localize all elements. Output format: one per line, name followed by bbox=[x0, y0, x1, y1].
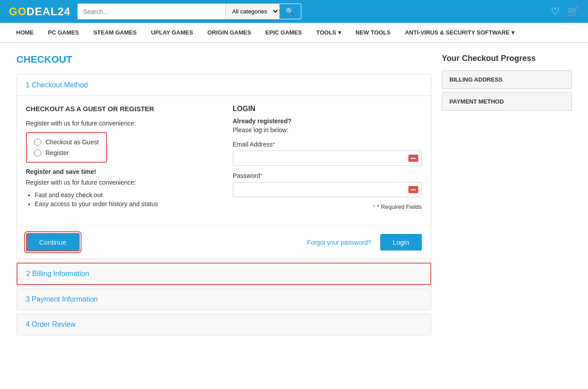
email-input[interactable] bbox=[233, 151, 422, 166]
already-registered-text: Already registered? bbox=[233, 117, 422, 125]
password-group: Password* ••• bbox=[233, 172, 422, 197]
password-dots-icon: ••• bbox=[408, 186, 418, 193]
register-radio[interactable] bbox=[34, 149, 41, 156]
step-4-label: Order Review bbox=[32, 320, 76, 328]
search-category-select[interactable]: All categories bbox=[225, 4, 279, 19]
search-bar: All categories 🔍 bbox=[77, 4, 301, 19]
promo-subtitle: Register with us for future convenience: bbox=[26, 179, 215, 186]
register-text: Register with us for future convenience: bbox=[26, 120, 215, 127]
checkout-guest-option[interactable]: Checkout as Guest bbox=[34, 138, 99, 146]
email-label: Email Address* bbox=[233, 141, 422, 148]
password-input-wrapper: ••• bbox=[233, 182, 422, 197]
register-label: Register bbox=[46, 149, 69, 156]
nav-origin-games[interactable]: ORIGIN GAMES bbox=[200, 23, 258, 42]
step-1-label: Checkout Method bbox=[32, 81, 88, 89]
email-input-wrapper: ••• bbox=[233, 151, 422, 166]
continue-wrapper: Continue bbox=[26, 233, 80, 251]
guest-register-column: CHECKOUT AS A GUEST OR REGISTER Register… bbox=[26, 105, 215, 216]
password-label: Password* bbox=[233, 172, 422, 179]
promo-list: Fast and easy check out Easy access to y… bbox=[26, 191, 215, 207]
header-icons: ♡ 🛒 bbox=[551, 6, 579, 17]
checkout-guest-radio[interactable] bbox=[34, 138, 41, 146]
checkout-title: CHECKOUT bbox=[17, 54, 431, 65]
step-2-block: 2 Billing Information bbox=[17, 263, 431, 285]
logo-go: GO bbox=[9, 5, 26, 17]
register-option[interactable]: Register bbox=[34, 149, 99, 156]
promo-bullet-2: Easy access to your order history and st… bbox=[35, 200, 215, 207]
navigation: HOME PC GAMES STEAM GAMES UPLAY GAMES OR… bbox=[0, 23, 588, 43]
wishlist-icon[interactable]: ♡ bbox=[551, 6, 560, 17]
sidebar-title: Your Checkout Progress bbox=[442, 54, 572, 63]
nav-new-tools[interactable]: NEW TOOLS bbox=[348, 23, 398, 42]
sidebar-billing-address: BILLING ADDRESS bbox=[442, 70, 572, 89]
step-3-header: 3 Payment Information bbox=[17, 289, 431, 310]
step-3-number: 3 bbox=[26, 295, 30, 303]
guest-register-title: CHECKOUT AS A GUEST OR REGISTER bbox=[26, 105, 215, 112]
step-1-content: CHECKOUT AS A GUEST OR REGISTER Register… bbox=[17, 96, 431, 225]
step-4-header: 4 Order Review bbox=[17, 314, 431, 335]
checkout-guest-label: Checkout as Guest bbox=[46, 138, 99, 146]
step-4-number: 4 bbox=[26, 320, 30, 328]
step-1-columns: CHECKOUT AS A GUEST OR REGISTER Register… bbox=[26, 105, 422, 216]
required-fields-note: * * Required Fields bbox=[233, 203, 422, 210]
step-3-label: Payment Information bbox=[32, 295, 98, 303]
step-1-header: 1 Checkout Method bbox=[17, 75, 431, 96]
nav-epic-games[interactable]: EPIC GAMES bbox=[258, 23, 309, 42]
email-group: Email Address* ••• bbox=[233, 141, 422, 166]
step-1-block: 1 Checkout Method CHECKOUT AS A GUEST OR… bbox=[17, 74, 431, 259]
nav-uplay-games[interactable]: UPLAY GAMES bbox=[144, 23, 200, 42]
nav-pc-games[interactable]: PC GAMES bbox=[41, 23, 86, 42]
logo-deal: DEAL24 bbox=[26, 5, 70, 17]
continue-button[interactable]: Continue bbox=[26, 233, 80, 251]
login-column: LOGIN Already registered? Please log in … bbox=[233, 105, 422, 216]
step-2-number: 2 bbox=[26, 270, 30, 277]
checkout-main: CHECKOUT 1 Checkout Method CHECKOUT AS A… bbox=[17, 54, 431, 339]
cart-icon[interactable]: 🛒 bbox=[567, 6, 579, 17]
sidebar-payment-label: PAYMENT METHOD bbox=[442, 93, 571, 110]
radio-options-box: Checkout as Guest Register bbox=[26, 132, 107, 163]
step-1-number: 1 bbox=[26, 81, 30, 89]
password-input[interactable] bbox=[233, 182, 422, 197]
nav-antivirus[interactable]: ANTI-VIRUS & SECURITY SOFTWARE ▾ bbox=[398, 23, 522, 42]
email-password-icon: ••• bbox=[408, 155, 418, 162]
search-button[interactable]: 🔍 bbox=[279, 4, 301, 19]
login-actions: Forgot your password? Login bbox=[307, 234, 422, 251]
login-title: LOGIN bbox=[233, 105, 422, 113]
sidebar-payment-method: PAYMENT METHOD bbox=[442, 92, 572, 111]
nav-tools[interactable]: TOOLS ▾ bbox=[309, 23, 348, 42]
forgot-password-link[interactable]: Forgot your password? bbox=[307, 239, 371, 246]
step-1-bottom: Continue Forgot your password? Login bbox=[17, 225, 431, 259]
sidebar-billing-label: BILLING ADDRESS bbox=[442, 71, 571, 88]
logo: GODEAL24 bbox=[9, 5, 70, 18]
main-container: CHECKOUT 1 Checkout Method CHECKOUT AS A… bbox=[8, 43, 581, 350]
promo-bullet-1: Fast and easy check out bbox=[35, 191, 215, 199]
promo-title: Register and save time! bbox=[26, 168, 215, 175]
please-login-text: Please log in below: bbox=[233, 126, 422, 134]
nav-steam-games[interactable]: STEAM GAMES bbox=[86, 23, 144, 42]
step-3-block: 3 Payment Information bbox=[17, 289, 431, 310]
step-2-label: Billing Information bbox=[32, 270, 89, 277]
header: GODEAL24 All categories 🔍 ♡ 🛒 bbox=[0, 0, 588, 23]
step-4-block: 4 Order Review bbox=[17, 314, 431, 335]
step-2-header: 2 Billing Information bbox=[17, 264, 430, 284]
search-input[interactable] bbox=[77, 4, 225, 19]
nav-home[interactable]: HOME bbox=[9, 23, 41, 42]
login-button[interactable]: Login bbox=[380, 234, 422, 251]
checkout-sidebar: Your Checkout Progress BILLING ADDRESS P… bbox=[442, 54, 572, 339]
